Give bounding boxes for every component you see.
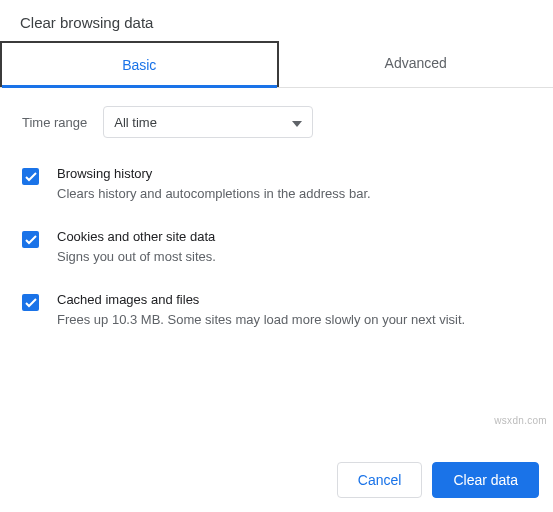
clear-data-button[interactable]: Clear data: [432, 462, 539, 498]
option-browsing-history: Browsing history Clears history and auto…: [22, 166, 531, 203]
content-area: Time range All time Browsing history Cle…: [0, 88, 553, 330]
option-title: Cookies and other site data: [57, 229, 216, 244]
checkbox-cookies[interactable]: [22, 231, 39, 248]
watermark-text: wsxdn.com: [494, 415, 547, 426]
timerange-select[interactable]: All time: [103, 106, 313, 138]
option-desc: Signs you out of most sites.: [57, 248, 216, 266]
checkbox-cache[interactable]: [22, 294, 39, 311]
timerange-label: Time range: [22, 115, 87, 130]
option-title: Browsing history: [57, 166, 371, 181]
tab-basic[interactable]: Basic: [0, 41, 279, 87]
tabs: Basic Advanced: [0, 41, 553, 88]
check-icon: [25, 172, 37, 182]
tab-advanced[interactable]: Advanced: [279, 41, 554, 87]
cancel-button[interactable]: Cancel: [337, 462, 423, 498]
timerange-value: All time: [114, 115, 157, 130]
timerange-row: Time range All time: [22, 106, 531, 138]
check-icon: [25, 298, 37, 308]
check-icon: [25, 235, 37, 245]
option-desc: Frees up 10.3 MB. Some sites may load mo…: [57, 311, 465, 329]
option-cache: Cached images and files Frees up 10.3 MB…: [22, 292, 531, 329]
caret-down-icon: [292, 115, 302, 130]
option-desc: Clears history and autocompletions in th…: [57, 185, 371, 203]
option-title: Cached images and files: [57, 292, 465, 307]
option-cookies: Cookies and other site data Signs you ou…: [22, 229, 531, 266]
dialog-title: Clear browsing data: [0, 0, 553, 41]
dialog-footer: Cancel Clear data: [337, 462, 539, 498]
checkbox-browsing-history[interactable]: [22, 168, 39, 185]
